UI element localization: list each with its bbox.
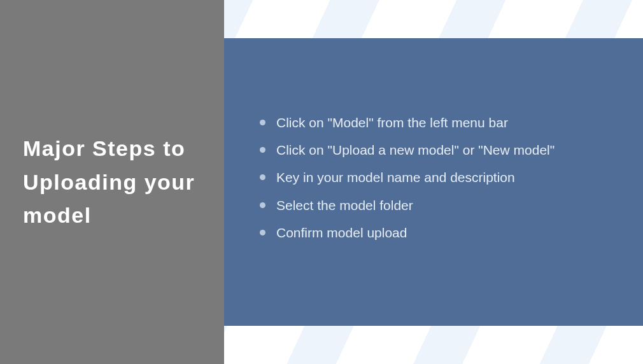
steps-list: Click on "Model" from the left menu bar … [257, 113, 611, 251]
step-item: Click on "Upload a new model" or "New mo… [257, 141, 611, 159]
step-item: Select the model folder [257, 196, 611, 214]
title-panel: Major Steps to Uploading your model [0, 0, 224, 364]
step-item: Key in your model name and description [257, 168, 611, 186]
slide-title: Major Steps to Uploading your model [23, 132, 201, 232]
step-item: Click on "Model" from the left menu bar [257, 113, 611, 132]
content-panel: Click on "Model" from the left menu bar … [224, 38, 643, 326]
step-item: Confirm model upload [257, 223, 611, 242]
